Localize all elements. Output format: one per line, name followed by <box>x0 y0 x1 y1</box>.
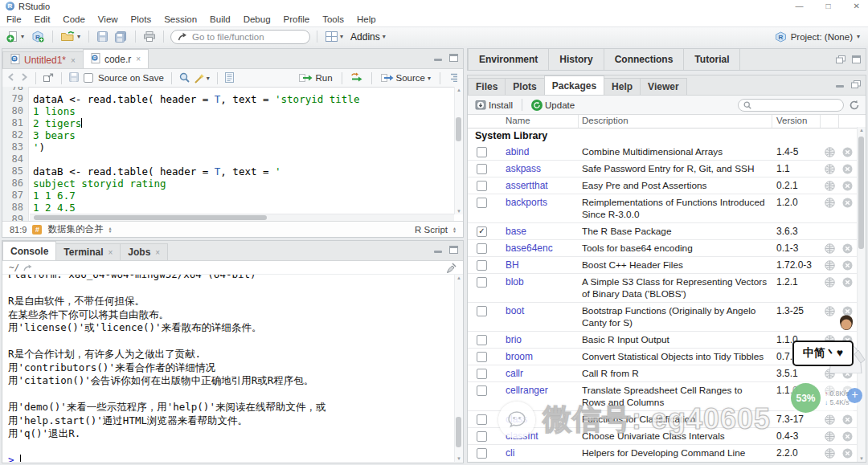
menu-item-file[interactable]: File <box>6 14 22 24</box>
pane-tab-tutorial[interactable]: Tutorial <box>684 49 740 70</box>
restore-panes-icon[interactable] <box>851 80 861 88</box>
maximize-pane-icon[interactable] <box>449 246 458 254</box>
install-button[interactable]: Install <box>473 99 514 111</box>
remove-package-icon[interactable] <box>842 448 853 461</box>
package-loaded-checkbox[interactable] <box>477 277 487 288</box>
menu-item-edit[interactable]: Edit <box>35 14 51 24</box>
browse-package-icon[interactable] <box>825 181 835 194</box>
packages-vertical-scrollbar[interactable]: ▲ ▼ <box>857 127 866 462</box>
new-file-button[interactable]: ▾ <box>5 30 26 43</box>
menu-item-tools[interactable]: Tools <box>322 14 344 24</box>
source-button[interactable]: Source▾ <box>379 72 432 84</box>
pane-tab-environment[interactable]: Environment <box>468 49 549 70</box>
package-name-link[interactable]: brio <box>506 334 522 345</box>
nav-forward-button[interactable] <box>20 73 28 83</box>
goto-file-function-input[interactable]: Go to file/function <box>170 30 310 44</box>
browse-package-icon[interactable] <box>825 448 835 461</box>
package-loaded-checkbox[interactable] <box>477 431 487 442</box>
package-loaded-checkbox[interactable] <box>477 385 487 396</box>
package-loaded-checkbox[interactable] <box>477 306 487 316</box>
nav-back-button[interactable] <box>7 73 15 83</box>
package-loaded-checkbox[interactable] <box>477 243 487 254</box>
package-name-link[interactable]: class <box>506 414 527 425</box>
package-loaded-checkbox[interactable] <box>477 181 487 191</box>
remove-package-icon[interactable] <box>842 431 853 444</box>
pane-tab-packages[interactable]: Packages <box>544 75 604 95</box>
pane-tab-connections[interactable]: Connections <box>604 49 685 70</box>
package-name-link[interactable]: base <box>506 226 526 237</box>
package-loaded-checkbox[interactable] <box>477 198 487 208</box>
remove-package-icon[interactable] <box>842 260 853 273</box>
package-name-link[interactable]: askpass <box>506 163 541 174</box>
package-loaded-checkbox[interactable]: ✓ <box>477 226 487 237</box>
column-description[interactable]: Description <box>582 116 628 125</box>
remove-package-icon[interactable] <box>842 181 853 194</box>
close-tab-icon[interactable]: × <box>155 248 160 257</box>
restore-panes-icon[interactable] <box>836 55 845 63</box>
close-tab-icon[interactable]: × <box>136 55 141 63</box>
package-loaded-checkbox[interactable] <box>477 147 487 157</box>
menu-item-session[interactable]: Session <box>164 14 197 24</box>
pane-tab-help[interactable]: Help <box>604 78 641 95</box>
minimize-pane-icon[interactable] <box>836 81 845 88</box>
package-name-link[interactable]: backports <box>506 197 547 208</box>
clear-console-icon[interactable] <box>445 263 457 273</box>
section-spinner-icon[interactable]: ▴▾ <box>108 226 111 233</box>
popout-window-button[interactable] <box>43 73 54 84</box>
package-name-link[interactable]: blob <box>506 276 524 288</box>
menu-item-debug[interactable]: Debug <box>244 14 271 24</box>
column-version[interactable]: Version <box>776 116 807 125</box>
save-button[interactable] <box>96 31 109 43</box>
console-vertical-scrollbar[interactable]: ▲ ▼ <box>454 275 463 462</box>
maximize-pane-icon[interactable] <box>852 55 861 63</box>
refresh-icon[interactable] <box>849 100 860 111</box>
package-loaded-checkbox[interactable] <box>477 414 487 425</box>
package-search-input[interactable] <box>738 99 844 112</box>
console-tab-console[interactable]: Console <box>2 241 56 260</box>
package-name-link[interactable]: base64enc <box>506 243 553 254</box>
browse-package-icon[interactable] <box>825 164 835 177</box>
menu-item-code[interactable]: Code <box>63 14 85 24</box>
browse-package-icon[interactable] <box>825 260 835 273</box>
project-selector[interactable]: R Project: (None) ▾ <box>775 31 860 43</box>
pane-tab-history[interactable]: History <box>549 49 604 70</box>
package-name-link[interactable]: abind <box>506 146 529 157</box>
run-button[interactable]: Run <box>297 72 334 84</box>
console-prompt-line[interactable]: > <box>8 454 455 462</box>
save-file-button[interactable] <box>69 72 79 84</box>
print-button[interactable] <box>142 31 157 43</box>
console-tab-jobs[interactable]: Jobs× <box>120 243 168 260</box>
file-type-spinner-icon[interactable]: ▴▾ <box>453 226 456 233</box>
close-tab-icon[interactable]: × <box>71 56 76 65</box>
browse-package-icon[interactable] <box>825 243 835 256</box>
minimize-pane-icon[interactable] <box>434 55 443 62</box>
code-tools-button[interactable]: ▾ <box>194 73 210 84</box>
source-on-save-checkbox[interactable] <box>84 73 93 83</box>
console[interactable]: Platform: x86_64-w64-mingw32/x64 (64-bit… <box>2 275 455 462</box>
pane-tab-plots[interactable]: Plots <box>505 78 544 95</box>
menu-item-profile[interactable]: Profile <box>284 14 310 24</box>
package-name-link[interactable]: cli <box>506 447 514 459</box>
browse-package-icon[interactable] <box>825 277 835 290</box>
column-name[interactable]: Name <box>506 116 530 125</box>
close-window-button[interactable]: ✕ <box>854 2 860 10</box>
package-loaded-checkbox[interactable] <box>477 448 487 459</box>
maximize-pane-icon[interactable] <box>449 54 458 62</box>
package-name-link[interactable]: BH <box>506 259 519 271</box>
menu-item-help[interactable]: Help <box>357 14 376 24</box>
browse-package-icon[interactable] <box>825 431 835 444</box>
remove-package-icon[interactable] <box>842 277 853 290</box>
minimize-pane-icon[interactable] <box>434 247 443 254</box>
browse-package-icon[interactable] <box>825 369 835 381</box>
find-replace-button[interactable] <box>179 72 190 84</box>
file-type-selector[interactable]: R Script <box>415 225 448 235</box>
editor-vertical-scrollbar[interactable]: ▲ ▼ <box>454 87 463 214</box>
remove-package-icon[interactable] <box>842 369 853 381</box>
remove-package-icon[interactable] <box>842 164 853 177</box>
source-tab-untitled1[interactable]: RUntitled1*× <box>2 51 84 68</box>
new-project-button[interactable]: R <box>30 30 46 43</box>
console-tab-terminal[interactable]: Terminal× <box>55 243 121 260</box>
menu-item-build[interactable]: Build <box>210 14 231 24</box>
open-file-button[interactable]: ▾ <box>59 31 82 43</box>
goto-directory-icon[interactable] <box>23 264 32 271</box>
